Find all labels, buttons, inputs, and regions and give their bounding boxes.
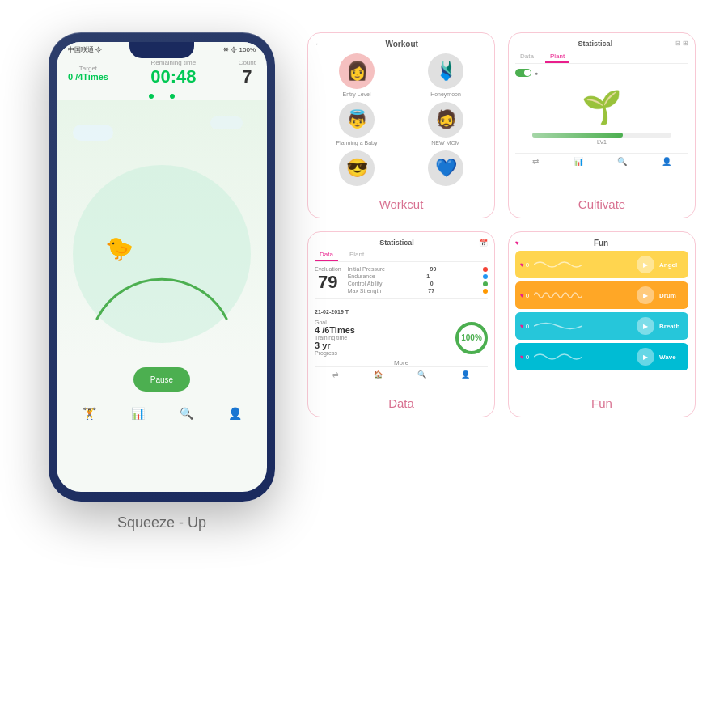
fun-heart-icon: ♥ [515, 239, 519, 247]
data-nav-1[interactable]: ⇄ [332, 370, 339, 379]
fun-play-breath[interactable]: ▶ [637, 317, 654, 335]
fun-item-drum[interactable]: ♥ 0 ▶ Drum [515, 281, 688, 309]
wc-label-4: NEW MOM [431, 140, 459, 146]
fun-label-wave: Wave [659, 353, 684, 361]
game-area: 🐤 [57, 100, 267, 359]
wc-label-3: Planning a Baby [336, 140, 378, 146]
nav-search-icon[interactable]: 🔍 [180, 407, 193, 420]
workcut-title: Workout [321, 40, 482, 49]
dot-3 [483, 281, 488, 286]
data-goal-row: Goal 4 /6Times Training time 3 yr Progre… [315, 320, 488, 356]
fun-wave-wave [534, 350, 633, 363]
fun-label-breath: Breath [659, 323, 684, 330]
cultivate-screen: Statistical ⊟ ⊞ Data Plant ● 🌱 LV1 [509, 33, 695, 193]
fun-title: Fun [594, 239, 608, 248]
data-more-link[interactable]: More [315, 359, 488, 366]
fun-header: ♥ Fun ··· [515, 239, 688, 248]
fun-play-drum[interactable]: ▶ [637, 286, 654, 304]
workcut-label: Workcut [308, 193, 494, 218]
fun-heart-3: ♥ [520, 323, 524, 330]
data-date-section: 21-02-2019 T Goal 4 /6Times Training tim… [315, 298, 488, 356]
cultivate-tab-data[interactable]: Data [515, 51, 539, 63]
wc-item-5[interactable]: 😎 [315, 150, 399, 186]
wc-planning[interactable]: 👼 Planning a Baby [315, 102, 399, 146]
data-eval-label: Evaluation [315, 266, 341, 272]
cv-nav-home[interactable]: ⇄ [532, 157, 539, 166]
fun-count-1: 0 [526, 261, 529, 269]
fun-label-drum: Drum [659, 292, 684, 299]
data-screen: Statistical 📅 Data Plant Evaluation 79 I… [308, 232, 494, 392]
data-label: Data [308, 392, 494, 417]
wc-avatar-1: 👩 [339, 53, 375, 89]
wc-label-2: Honeymoon [430, 91, 461, 97]
wc-avatar-4: 🧔 [428, 102, 463, 138]
data-card: Statistical 📅 Data Plant Evaluation 79 I… [307, 231, 495, 417]
data-eval-box: Evaluation 79 [315, 266, 341, 293]
workcut-card: ← Workout ··· 👩 Entry Level 🩱 Honeymoon … [307, 32, 495, 218]
remaining-value: 00:48 [150, 66, 196, 87]
fun-label: Fun [509, 392, 695, 417]
data-tab-plant[interactable]: Plant [345, 249, 369, 261]
fun-item-angel[interactable]: ♥ 0 ▶ Angel [515, 251, 688, 278]
cv-nav-stat[interactable]: 📊 [574, 157, 583, 166]
target-label: Target [79, 65, 97, 72]
nav-user-icon[interactable]: 👤 [228, 407, 242, 420]
cultivate-progress-fill [532, 133, 622, 138]
cultivate-progress-bar [532, 133, 671, 138]
fun-item-wave[interactable]: ♥ 0 ▶ Wave [515, 343, 688, 370]
phone-wrapper: 中国联通 令 16:41 ❋ 令 100% Target 0 /4Times R… [49, 32, 275, 502]
cultivate-tabs: Data Plant [515, 51, 688, 64]
cultivate-toggle-row: ● [515, 69, 688, 77]
fun-heart-2: ♥ [520, 292, 524, 299]
data-training-label: Training time [315, 335, 355, 341]
wc-label-1: Entry Level [342, 91, 370, 97]
nav-chart-icon[interactable]: 📊 [131, 407, 145, 420]
progress-dot-2 [170, 94, 175, 99]
data-nav-2[interactable]: 🏠 [374, 370, 383, 379]
dot-1 [483, 267, 488, 272]
fun-heart-4: ♥ [520, 353, 524, 361]
cv-nav-me[interactable]: 👤 [662, 157, 671, 166]
workcut-back-icon[interactable]: ← [315, 40, 321, 48]
remaining-section: Remaining time 00:48 [150, 59, 196, 87]
data-nav-3[interactable]: 🔍 [417, 370, 426, 379]
wc-honeymoon[interactable]: 🩱 Honeymoon [404, 53, 488, 97]
nav-dumbbell-icon[interactable]: 🏋 [83, 407, 96, 420]
wc-new-mom[interactable]: 🧔 NEW MOM [404, 102, 488, 146]
fun-count-3: 0 [526, 323, 529, 330]
cultivate-toggle[interactable] [515, 69, 531, 77]
data-bottom-nav: ⇄ 🏠 🔍 👤 [315, 366, 488, 382]
data-progress-label: Progress [315, 350, 355, 356]
fun-count-4: 0 [526, 353, 529, 361]
pause-button[interactable]: Pause [133, 367, 190, 392]
cultivate-title: Statistical [515, 40, 675, 48]
fun-play-angel[interactable]: ▶ [637, 256, 654, 273]
fun-play-wave[interactable]: ▶ [637, 348, 654, 366]
dot-2 [483, 274, 488, 279]
data-tabs: Data Plant [315, 249, 488, 262]
wc-avatar-5: 😎 [339, 150, 375, 186]
fun-item-breath[interactable]: ♥ 0 ▶ Breath [515, 312, 688, 340]
fun-menu-icon[interactable]: ··· [683, 239, 688, 247]
main-container: 中国联通 令 16:41 ❋ 令 100% Target 0 /4Times R… [16, 16, 712, 712]
data-nav-4[interactable]: 👤 [461, 370, 470, 379]
cloud-left [73, 125, 113, 141]
data-date: 21-02-2019 T [315, 309, 349, 315]
data-tab-data[interactable]: Data [315, 249, 338, 261]
cultivate-card: Statistical ⊟ ⊞ Data Plant ● 🌱 LV1 [508, 32, 696, 218]
data-title: Statistical [315, 239, 479, 247]
data-metric-2: Endurance 1 [348, 273, 488, 279]
workcut-menu-icon[interactable]: ··· [482, 40, 488, 48]
wc-entry-level[interactable]: 👩 Entry Level [315, 53, 399, 97]
wc-avatar-6: 💙 [428, 150, 463, 186]
cultivate-tab-plant[interactable]: Plant [545, 51, 569, 63]
data-training-value: 3 yr [315, 341, 355, 350]
fun-wave-drum [534, 289, 633, 302]
wc-item-6[interactable]: 💙 [404, 150, 488, 186]
cv-nav-explore[interactable]: 🔍 [617, 157, 627, 166]
fun-heart-1: ♥ [520, 261, 524, 269]
data-goal-value: 4 /6Times [315, 325, 355, 335]
cultivate-bottom-nav: ⇄ 📊 🔍 👤 [515, 153, 688, 169]
cultivate-plant-area: 🌱 LV1 [515, 80, 688, 153]
fun-screen: ♥ Fun ··· ♥ 0 ▶ Angel ♥ 0 [509, 232, 695, 392]
